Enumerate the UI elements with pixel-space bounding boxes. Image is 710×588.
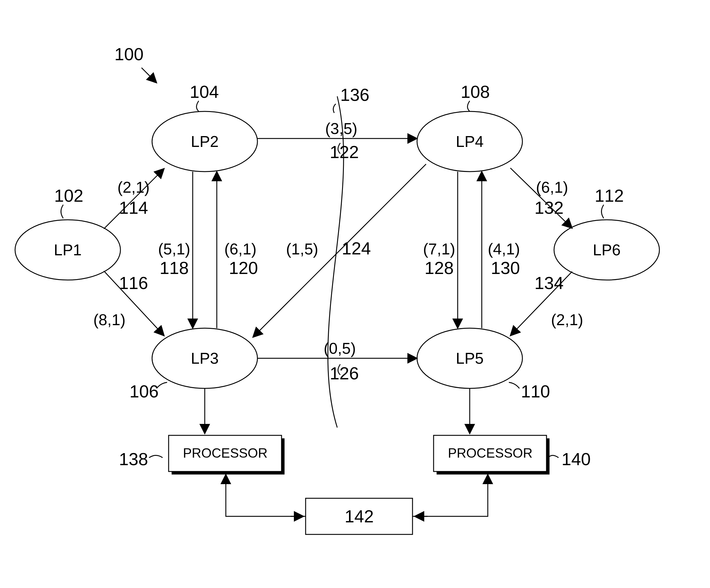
edge-128-ref: 128 [425, 258, 454, 278]
node-lp1-label: LP1 [54, 241, 82, 259]
edge-116-ref: 116 [119, 273, 148, 292]
edge-120-ref: 120 [229, 258, 258, 278]
node-lp5-ref: 110 [521, 381, 550, 401]
processor-left-tick [149, 455, 163, 458]
edge-122-ref: 122 [330, 142, 359, 162]
node-lp1-ref: 102 [54, 186, 84, 205]
processor-right-ref: 140 [562, 449, 591, 469]
edge-132-weight: (6,1) [536, 179, 568, 196]
edge-128-weight: (7,1) [423, 240, 455, 258]
node-lp2-ref: 104 [190, 82, 219, 101]
node-lp6-ref: 112 [595, 186, 624, 205]
edge-134-ref: 134 [535, 273, 564, 292]
processor-left-label: PROCESSOR [183, 446, 267, 460]
node-lp6-tick [601, 205, 604, 218]
processor-right-tick [548, 455, 559, 458]
node-lp4-ref: 108 [461, 82, 490, 101]
edge-118-ref: 118 [160, 258, 189, 278]
node-lp4-tick [468, 101, 470, 111]
diagram-stage: 100 136 LP1 102 LP2 104 LP3 106 LP4 108 … [0, 0, 710, 588]
edge-130-ref: 130 [491, 258, 520, 278]
node-lp2-tick [197, 101, 199, 111]
figure-ref-arrow [142, 68, 157, 83]
edge-126-ref: 126 [330, 363, 359, 383]
shared-block-ref: 142 [345, 507, 374, 526]
diagram-svg: 100 136 LP1 102 LP2 104 LP3 106 LP4 108 … [0, 0, 710, 588]
edge-130-weight: (4,1) [488, 240, 520, 258]
node-lp3-ref: 106 [129, 381, 159, 401]
edge-124-weight: (1,5) [286, 240, 318, 258]
edge-124-ref: 124 [342, 238, 371, 258]
edge-124 [253, 164, 426, 337]
edge-118-weight: (5,1) [158, 240, 190, 258]
edge-116-weight: (8,1) [93, 311, 125, 328]
processor-right-label: PROCESSOR [448, 446, 532, 460]
node-lp5-tick [509, 382, 519, 389]
partition-ref: 136 [340, 85, 370, 104]
processor-left-ref: 138 [119, 449, 148, 469]
figure-ref-label: 100 [114, 44, 144, 64]
edge-114-weight: (2,1) [117, 179, 150, 196]
edge-132-ref: 132 [535, 198, 564, 217]
partition-tick [333, 104, 336, 113]
node-lp6-label: LP6 [593, 241, 621, 259]
shared-to-right-arrow [412, 474, 488, 516]
edge-114-ref: 114 [119, 198, 148, 217]
edge-126-weight: (0,5) [324, 339, 356, 357]
edge-122-weight: (3,5) [325, 120, 357, 137]
node-lp2-label: LP2 [191, 133, 219, 150]
node-lp3-label: LP3 [191, 350, 219, 367]
edge-120-weight: (6,1) [224, 240, 257, 258]
node-lp5-label: LP5 [456, 350, 484, 367]
shared-to-left-arrow [226, 474, 306, 516]
node-lp4-label: LP4 [456, 133, 484, 150]
node-lp1-tick [61, 205, 64, 218]
edge-134-weight: (2,1) [551, 311, 583, 328]
